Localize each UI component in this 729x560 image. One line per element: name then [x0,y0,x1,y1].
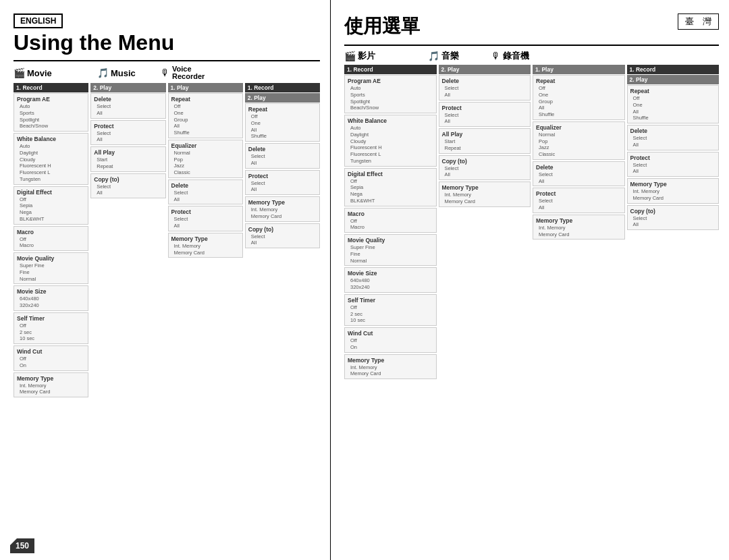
zh-movie-play-tab: 2. Play [439,65,531,74]
delete-mp: Delete SelectAll [90,93,165,119]
zh-equalizer-mus: Equalizer NormalPopJazzClassic [533,121,625,160]
zh-memtype-mp: Memory Type Int. MemoryMemory Card [439,181,531,207]
zh-wind-cut: Wind Cut OffOn [344,327,437,353]
zh-menu-columns: 1. Record Program AE AutoSportsSpotlight… [344,65,719,381]
movie-size: Movie Size 640x480320x240 [14,285,88,311]
zh-music-label: 音樂 [441,50,459,62]
right-section: 使用選單 臺 灣 🎬 影片 🎵 音樂 🎙 錄音機 1. Record [331,0,729,560]
music-play-tab: 1. Play [168,83,243,92]
memtype-vr: Memory Type Int. MemoryMemory Card [245,196,320,222]
zh-delete-vr: Delete SelectAll [627,125,720,150]
wind-cut: Wind Cut OffOn [14,345,88,371]
page-title-zh: 使用選單 [344,13,420,39]
zh-digital-effect: Digital Effect OffSepiaNegaBLK&WHT [344,168,437,206]
movie-record-tab: 1. Record [14,83,88,92]
voice-header: Voice Recorder [172,65,205,80]
zh-voice-icon: 🎙 [491,51,501,61]
zh-movie-record-tab: 1. Record [344,65,437,74]
zh-movie-icon: 🎬 [344,51,356,61]
zh-memtype-mus: Memory Type Int. MemoryMemory Card [533,215,625,240]
movie-play-tab: 2. Play [90,83,165,92]
zh-protect-mus: Protect SelectAll [533,188,625,213]
allplay-mp: All Play StartRepeat [90,146,165,172]
white-balance: White Balance AutoDaylightCloudyFluoresc… [14,133,88,185]
zh-protect-mp: Protect SelectAll [439,102,531,128]
self-timer: Self Timer Off2 sec10 sec [14,312,88,344]
zh-prog-ae: Program AE AutoSportsSpotlightBeach/Snow [344,75,437,113]
repeat-mus: Repeat OffOneGroupAllShuffle [168,93,243,138]
movie-quality: Movie Quality Super FineFineNormal [14,252,88,284]
zh-white-balance: White Balance AutoDaylightCloudyFluoresc… [344,115,437,167]
delete-vr: Delete SelectAll [245,143,320,169]
movie-label: Movie [27,68,52,78]
zh-movie-quality: Movie Quality Super FineFineNormal [344,234,437,266]
zh-voice-record-tab: 1. Record [627,65,720,74]
lang-badge: ENGLISH [14,13,63,28]
zh-macro: Macro OffMacro [344,208,437,233]
copyto-vr: Copy (to) SelectAll [245,223,320,249]
zh-self-timer: Self Timer Off2 sec10 sec [344,294,437,326]
zh-protect-vr: Protect SelectAll [627,152,720,177]
music-icon: 🎵 [97,67,109,78]
zh-column-headers: 🎬 影片 🎵 音樂 🎙 錄音機 [344,50,719,62]
macro: Macro OffMacro [14,226,88,252]
repeat-vr: Repeat OffOneAllShuffle [245,103,320,142]
zh-movie-record-col: 1. Record Program AE AutoSportsSpotlight… [344,65,437,381]
zh-voice-record-col: 1. Record 2. Play Repeat OffOneAllShuffl… [627,65,720,381]
music-label: Music [111,68,136,78]
zh-copyto-vr: Copy (to) SelectAll [627,205,720,231]
music-play-col: 1. Play Repeat OffOneGroupAllShuffle Equ… [168,83,243,399]
page-number: 150 [10,538,34,553]
taiwan-badge: 臺 灣 [678,13,719,30]
memory-type-mr: Memory Type Int. MemoryMemory Card [14,372,88,398]
memtype-mus: Memory Type Int. MemoryMemory Card [168,233,243,258]
menu-columns: 1. Record Program AE AutoSportsSpotlight… [14,83,320,399]
voice-record-tab: 1. Record [245,83,320,92]
copyto-mp: Copy (to) SelectAll [90,173,165,199]
digital-effect: Digital Effect OffSepiaNegaBLK&WHT [14,186,88,225]
zh-repeat-mus: Repeat OffOneGroupAllShuffle [533,75,625,120]
zh-delete-mus: Delete SelectAll [533,161,625,187]
movie-icon: 🎬 [14,67,25,78]
zh-music-icon: 🎵 [428,51,439,61]
column-headers: 🎬 Movie 🎵 Music 🎙 Voice Recorder [14,65,320,80]
protect-mp: Protect SelectAll [90,120,165,146]
zh-copyto-mp: Copy (to) SelectAll [439,155,531,181]
zh-movie-label: 影片 [358,50,375,62]
zh-music-play-col: 1. Play Repeat OffOneGroupAllShuffle Equ… [533,65,625,381]
zh-memory-type-mr: Memory Type Int. MemoryMemory Card [344,354,437,380]
zh-repeat-vr: Repeat OffOneAllShuffle [627,85,720,123]
protect-vr: Protect SelectAll [245,170,320,196]
voice-record-col: 1. Record 2. Play Repeat OffOneAllShuffl… [245,83,320,399]
page: ENGLISH Using the Menu 🎬 Movie 🎵 Music 🎙… [0,0,729,560]
page-title-en: Using the Menu [14,31,174,55]
voice-play-sub: 2. Play [245,93,320,103]
protect-mus: Protect SelectAll [168,206,243,231]
zh-voice-label: 錄音機 [503,50,529,62]
zh-movie-play-col: 2. Play Delete SelectAll Protect SelectA… [439,65,531,381]
left-section: ENGLISH Using the Menu 🎬 Movie 🎵 Music 🎙… [0,0,331,560]
movie-record-col: 1. Record Program AE AutoSportsSpotlight… [14,83,88,399]
movie-play-col: 2. Play Delete SelectAll Protect SelectA… [90,83,165,399]
prog-ae: Program AE AutoSportsSpotlightBeach/Snow [14,93,88,132]
zh-movie-size: Movie Size 640x480320x240 [344,267,437,293]
equalizer-mus: Equalizer NormalPopJazzClassic [168,140,243,178]
zh-memtype-vr: Memory Type Int. MemoryMemory Card [627,178,720,204]
zh-voice-play-sub: 2. Play [627,75,720,84]
delete-mus: Delete SelectAll [168,179,243,205]
zh-allplay-mp: All Play StartRepeat [439,128,531,154]
zh-delete-mp: Delete SelectAll [439,75,531,101]
voice-icon: 🎙 [161,67,170,78]
zh-music-play-tab: 1. Play [533,65,625,74]
